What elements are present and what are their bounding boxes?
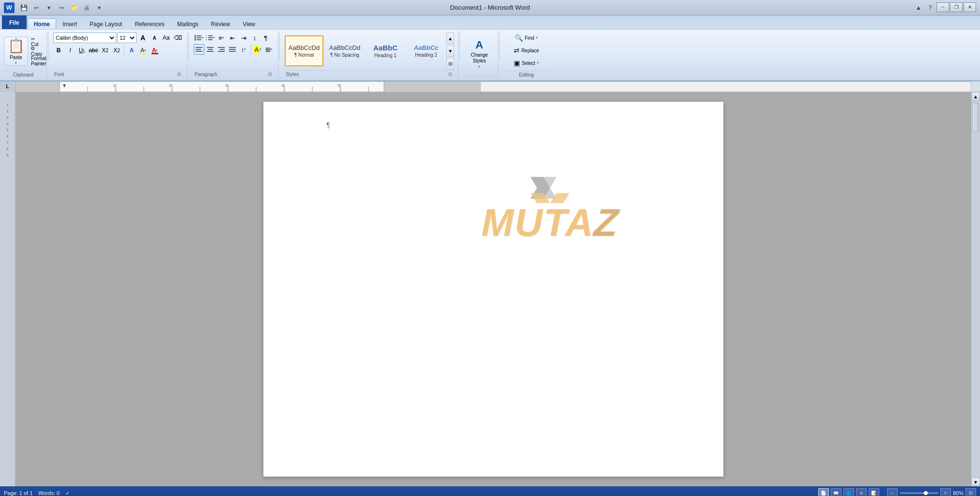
title-bar-title: Document1 - Microsoft Word [450, 4, 530, 11]
spell-check[interactable]: ✓ [65, 490, 70, 496]
align-left-btn[interactable] [194, 44, 204, 55]
style-normal[interactable]: AaBbCcDd ¶ Normal [285, 35, 323, 66]
shading-btn[interactable]: A▾ [252, 44, 263, 55]
tab-review[interactable]: Review [205, 18, 236, 29]
change-case-btn[interactable]: Aa [161, 32, 171, 43]
tab-references[interactable]: References [128, 18, 170, 29]
qat-open[interactable]: 📁 [69, 2, 79, 13]
copy-button[interactable]: ⧉ Copy [29, 47, 43, 56]
scroll-up-btn[interactable]: ▲ [971, 92, 980, 101]
view-draft-btn[interactable]: 📝 [869, 488, 879, 496]
view-outline-btn[interactable]: ≡ [856, 488, 867, 496]
sep2 [188, 31, 189, 61]
tab-page-layout[interactable]: Page Layout [83, 18, 128, 29]
tab-home[interactable]: Home [28, 18, 56, 29]
increase-indent-btn[interactable]: ⇥ [238, 32, 249, 43]
left-ruler-2: 2 [0, 108, 15, 114]
style-heading1[interactable]: AaBbC Heading 1 [366, 35, 405, 66]
underline-btn[interactable]: U▾ [77, 45, 87, 56]
select-arrow: ▾ [537, 61, 539, 65]
title-bar: W 💾 ↩ ▾ ↪ 📁 🖨 ▾ Document1 - Microsoft Wo… [0, 0, 980, 16]
shrink-font-btn[interactable]: A [149, 32, 160, 43]
select-icon: ▣ [514, 59, 520, 67]
sort-btn[interactable]: ↕ [249, 32, 260, 43]
watermark-m-icon [528, 174, 572, 203]
font-family-select[interactable]: Calibri (Body) [53, 32, 116, 43]
qat-print[interactable]: 🖨 [81, 2, 92, 13]
text-effects-btn[interactable]: A [126, 45, 137, 56]
tab-mailings[interactable]: Mailings [171, 18, 205, 29]
close-btn[interactable]: ✕ [964, 2, 976, 12]
qat-redo[interactable]: ↪ [56, 2, 67, 13]
show-formatting-btn[interactable]: ¶ [260, 32, 271, 43]
numbering-btn[interactable]: 123 ▾ [205, 32, 215, 43]
tab-insert[interactable]: Insert [56, 18, 83, 29]
align-center-btn[interactable] [205, 44, 215, 55]
decrease-indent-btn[interactable]: ⇤ [227, 32, 238, 43]
doc-area[interactable]: ¶ MUTA Z [15, 92, 971, 486]
styles-expand[interactable]: ⊟ [446, 58, 454, 69]
align-right-btn[interactable] [216, 44, 227, 55]
font-color-btn[interactable]: A▾ [150, 45, 160, 56]
paste-button[interactable]: 📋 Paste ▾ [4, 37, 28, 66]
style-no-spacing[interactable]: AaBbCcDd ¶ No Spacing [325, 35, 364, 66]
bullets-btn[interactable]: ▾ [194, 32, 204, 43]
editing-group: 🔍 Find ▾ ⇄ Replace ▣ Select ▾ Editing [501, 31, 552, 78]
clear-format-btn[interactable]: ⌫ [172, 32, 183, 43]
line-spacing-btn[interactable]: ↕▾ [238, 44, 249, 55]
format-painter-button[interactable]: Format Painter [29, 57, 43, 65]
doc-page[interactable]: ¶ MUTA Z [263, 102, 723, 477]
borders-btn[interactable]: ⊞▾ [263, 44, 274, 55]
watermark-mutaz-text: MUTA [481, 203, 594, 242]
subscript-btn[interactable]: X2 [100, 45, 110, 56]
grow-font-btn[interactable]: A [138, 32, 148, 43]
view-print-btn[interactable]: 📄 [818, 488, 829, 496]
bold-btn[interactable]: B [53, 45, 64, 56]
left-ruler-4: 4 [0, 121, 15, 127]
svg-point-3 [195, 35, 196, 37]
qat-save[interactable]: 💾 [18, 2, 29, 13]
view-web-btn[interactable]: 🌐 [843, 488, 854, 496]
styles-expand-btn[interactable]: ⊡ [447, 72, 453, 78]
qat-undo-dropdown[interactable]: ▾ [44, 2, 54, 13]
minimize-btn[interactable]: ─ [936, 2, 949, 12]
right-scrollbar: ▲ ▼ [971, 92, 980, 486]
tab-view[interactable]: View [236, 18, 261, 29]
scroll-track[interactable] [971, 101, 980, 478]
text-highlight-btn[interactable]: A▾ [138, 45, 149, 56]
strikethrough-btn[interactable]: abc [88, 45, 99, 56]
sep5 [499, 31, 500, 61]
qat-customize[interactable]: ▾ [94, 2, 105, 13]
multilevel-btn[interactable]: ≡▾ [216, 32, 227, 43]
qat-undo[interactable]: ↩ [31, 2, 42, 13]
find-btn[interactable]: 🔍 Find ▾ [505, 32, 548, 43]
ribbon-content: 📋 Paste ▾ ✂ Cut ⧉ Copy Format Painter Cl… [0, 29, 980, 80]
scroll-thumb[interactable] [972, 103, 979, 132]
styles-scroll-down[interactable]: ▼ [446, 45, 454, 57]
zoom-out-btn[interactable]: − [887, 488, 898, 496]
paragraph-label: Paragraph ⊡ [193, 70, 275, 78]
tab-file[interactable]: File [2, 16, 27, 29]
left-ruler-3: 3 [0, 114, 15, 121]
ribbon-help[interactable]: ▲ [913, 2, 924, 13]
change-styles-btn[interactable]: A ChangeStyles ▾ [465, 37, 494, 71]
para-expand-btn[interactable]: ⊡ [267, 72, 273, 78]
replace-btn[interactable]: ⇄ Replace [505, 45, 548, 56]
style-heading2[interactable]: AaBbCc Heading 2 [407, 35, 445, 66]
select-btn[interactable]: ▣ Select ▾ [505, 58, 548, 68]
view-reading-btn[interactable]: 📖 [831, 488, 842, 496]
help-btn[interactable]: ? [925, 2, 935, 13]
font-size-select[interactable]: 12 [117, 32, 137, 43]
superscript-btn[interactable]: X2 [111, 45, 122, 56]
italic-btn[interactable]: I [65, 45, 76, 56]
font-expand-btn[interactable]: ⊡ [176, 72, 182, 78]
scroll-down-btn[interactable]: ▼ [971, 478, 980, 486]
restore-btn[interactable]: ❐ [950, 2, 963, 12]
zoom-in-btn[interactable]: + [940, 488, 951, 496]
styles-scroll-up[interactable]: ▲ [446, 32, 454, 44]
zoom-slider[interactable] [900, 492, 938, 494]
justify-btn[interactable] [227, 44, 238, 55]
styles-label: Styles ⊡ [284, 70, 455, 78]
zoom-full-btn[interactable]: ⊡ [965, 488, 976, 496]
cut-button[interactable]: ✂ Cut [29, 37, 43, 46]
